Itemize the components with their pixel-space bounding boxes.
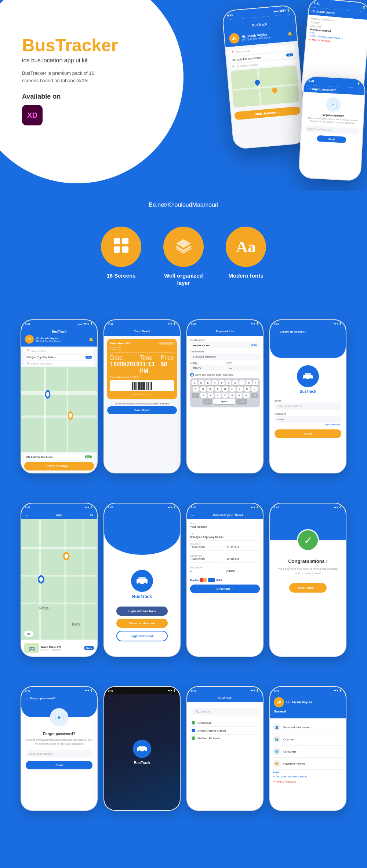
back-icon-ticket[interactable]: ← (191, 513, 195, 517)
back-icon-map[interactable]: ← (25, 513, 29, 517)
key-h[interactable]: H (229, 387, 236, 392)
login-body: BusTrack Email someone@email.com Passwor… (270, 358, 346, 473)
book-button[interactable]: Book (84, 646, 94, 650)
email-input-forgot[interactable]: Enter Email Address (26, 750, 92, 757)
key-b[interactable]: B (229, 393, 235, 398)
svg-rect-31 (138, 577, 146, 581)
send-button[interactable]: Send (26, 761, 92, 769)
save-ticket-button[interactable]: Save ticket (107, 406, 177, 414)
email-input[interactable]: someone@email.com (275, 403, 341, 410)
menu-personal-info[interactable]: 👤 Personal Information › (273, 721, 343, 733)
forgot-header-curve: 📧 (21, 703, 97, 717)
profile-avatar: JV (274, 697, 284, 707)
create-account-button[interactable]: Create an Account (116, 619, 168, 628)
svg-text:Romas...: Romas... (39, 606, 51, 610)
key-y[interactable]: Y (226, 380, 232, 385)
key-d[interactable]: D (207, 387, 214, 392)
key-i[interactable]: I (239, 380, 245, 385)
facebook-login-button[interactable]: Login with facebook (116, 607, 168, 616)
key-w[interactable]: W (199, 380, 204, 385)
bus-details: Nova Bus LFS 6:09 PM - 10:00 PM (41, 645, 82, 651)
from-stop: London MK Roxton, MK (110, 346, 121, 351)
svg-point-33 (144, 582, 146, 585)
location-input[interactable]: 📍 Your location (24, 348, 94, 354)
back-icon-forgot[interactable]: ← (25, 696, 29, 700)
key-e[interactable]: E (205, 380, 211, 385)
screen-forgot-password: 9:41●●●🔋 ← Forgot password? 📧 Forgot pas… (21, 686, 98, 811)
password-label: Password (275, 413, 286, 415)
menu-language[interactable]: 🌐 Language › (273, 746, 343, 758)
key-a[interactable]: A (193, 387, 199, 392)
key-space[interactable]: space (213, 399, 235, 404)
menu-payment[interactable]: 💳 Payment method › (273, 758, 343, 770)
stops-search[interactable]: 🔍 Search... (192, 708, 258, 715)
key-f[interactable]: F (215, 387, 221, 392)
svg-rect-4 (21, 367, 97, 452)
checkout-button[interactable]: Checkout → (190, 585, 260, 593)
key-s[interactable]: S (200, 387, 206, 392)
key-v[interactable]: V (222, 393, 228, 398)
brand-tagline: ios bus location app ui kit (22, 57, 118, 64)
stop-item-3[interactable]: 60 Aneri El Street (192, 735, 258, 742)
search-input[interactable]: 🔍 Search bus station... (24, 361, 94, 366)
ticket-card: Nova Bus LFS FULL RC/TE London MK Roxton… (107, 339, 177, 399)
destination-input[interactable]: 800 Quik Trip Way Belton Live (24, 355, 94, 360)
back-icon[interactable]: ← (274, 330, 277, 334)
key-x[interactable]: X (208, 393, 214, 398)
key-shift[interactable]: ⇧ (192, 393, 199, 398)
key-m[interactable]: M (243, 393, 249, 398)
card-number-input[interactable]: •••• •••• •••• •••• VISA (190, 342, 260, 348)
key-t[interactable]: T (219, 380, 225, 385)
key-u[interactable]: U (232, 380, 238, 385)
key-k[interactable]: K (244, 387, 250, 392)
screens-grid-3: 9:41●●●🔋 ← Forgot password? 📧 Forgot pas… (15, 686, 352, 811)
key-o[interactable]: O (246, 380, 252, 385)
forgot-password-link[interactable]: Forget password? (324, 424, 341, 426)
svg-point-15 (304, 378, 306, 380)
start-now-button[interactable]: Start Now → (289, 583, 327, 593)
splash-logo (131, 570, 153, 592)
add-payment-row[interactable]: + Add other payment method (273, 774, 343, 779)
key-n[interactable]: N (236, 393, 242, 398)
arrow-payment: › (342, 762, 343, 765)
card-holder-input[interactable]: Khouloud Maamouri (190, 354, 260, 360)
app-name: BusTrack (299, 389, 316, 393)
start-journey-button[interactable]: Start Journey → (24, 462, 94, 470)
key-q[interactable]: Q (192, 380, 197, 385)
email-login-button[interactable]: Login with email (116, 631, 168, 641)
hero-phones: 9:41 ●●● WiFi 🔋 BusTrack JV Hi, Jacob Vo… (198, 0, 367, 191)
behance-link[interactable]: Be.net/KhouloudMaamouri (0, 202, 367, 208)
screen-splash: 9:41●●●🔋 BusTrack Login with facebook Cr… (103, 503, 181, 657)
key-c[interactable]: C (215, 393, 221, 398)
key-z[interactable]: Z (200, 393, 206, 398)
help-row[interactable]: ⊖ Help & Feedback (273, 779, 343, 784)
key-r[interactable]: R (212, 380, 218, 385)
stop-item-2[interactable]: Grand Central Station (192, 727, 258, 735)
notif-icon[interactable]: 🔔 (89, 337, 93, 341)
key-p[interactable]: P (253, 380, 259, 385)
gap2 (0, 484, 367, 492)
screen-ticket: 9:41●●●🔋 Your Ticket Nova Bus LFS FULL R… (103, 319, 181, 473)
feature-screens-label: 16 Screens (106, 272, 135, 279)
key-g[interactable]: G (222, 387, 228, 392)
filter-icon[interactable]: ⚙ (90, 513, 93, 517)
key-j[interactable]: J (237, 387, 243, 392)
stops-body: 🔍 Search... Ghatkopar Grand Central Stat… (187, 702, 263, 810)
ticket-divider (110, 352, 174, 353)
success-icon: ✓ (297, 529, 319, 551)
save-card-checkbox[interactable] (190, 373, 194, 377)
key-delete[interactable]: ⌫ (251, 393, 258, 398)
dark-content: BusTrack (133, 740, 151, 765)
stop-item-1[interactable]: Ghatkopar (192, 719, 258, 727)
passengers-count: 1 (190, 569, 224, 576)
password-input[interactable]: ••••••• (275, 416, 341, 423)
login-button[interactable]: Login (275, 429, 341, 438)
status-bar-7: 9:41●●●🔋 (187, 503, 263, 511)
checkmark-icon: ✓ (304, 534, 312, 546)
visa-label: VISA (273, 771, 279, 774)
key-123[interactable]: 123 (203, 399, 212, 404)
menu-country[interactable]: 🌍 Country › (273, 733, 343, 746)
svg-point-32 (138, 582, 141, 585)
key-return[interactable]: Label (236, 399, 247, 404)
key-l[interactable]: L (251, 387, 258, 392)
